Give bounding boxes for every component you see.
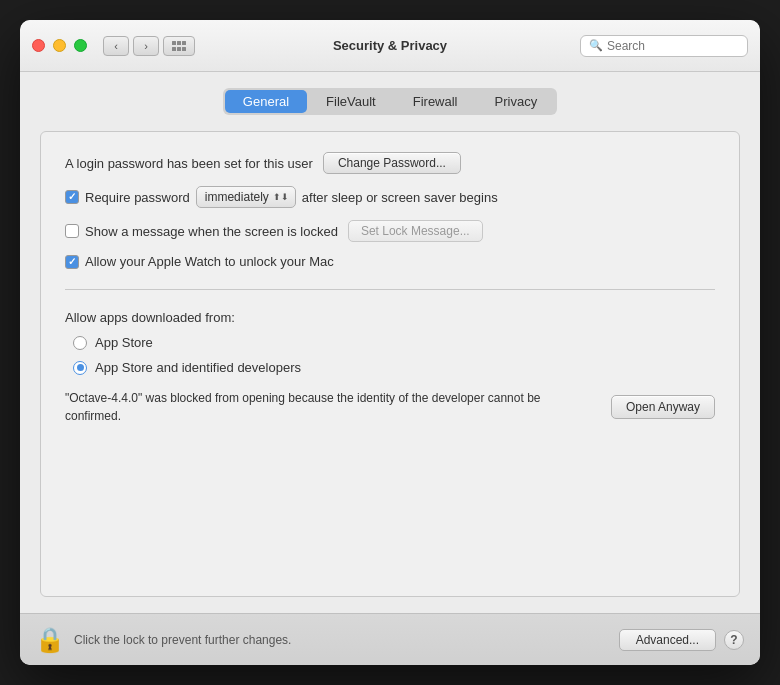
open-anyway-button[interactable]: Open Anyway bbox=[611, 395, 715, 419]
grid-button[interactable] bbox=[163, 36, 195, 56]
checkmark-icon: ✓ bbox=[68, 192, 76, 202]
window-title: Security & Privacy bbox=[333, 38, 447, 53]
apple-watch-row: ✓ Allow your Apple Watch to unlock your … bbox=[65, 254, 715, 269]
maximize-button[interactable] bbox=[74, 39, 87, 52]
radio-app-store[interactable] bbox=[73, 336, 87, 350]
radio-app-store-identified-label: App Store and identified developers bbox=[95, 360, 301, 375]
forward-button[interactable]: › bbox=[133, 36, 159, 56]
set-lock-message-button[interactable]: Set Lock Message... bbox=[348, 220, 483, 242]
main-panel: A login password has been set for this u… bbox=[40, 131, 740, 597]
change-password-button[interactable]: Change Password... bbox=[323, 152, 461, 174]
svg-rect-1 bbox=[177, 41, 181, 45]
radio-app-store-identified-row: App Store and identified developers bbox=[73, 360, 715, 375]
require-password-checkbox[interactable]: ✓ bbox=[65, 190, 79, 204]
titlebar: ‹ › Security & Privacy 🔍 bbox=[20, 20, 760, 72]
close-button[interactable] bbox=[32, 39, 45, 52]
back-button[interactable]: ‹ bbox=[103, 36, 129, 56]
search-icon: 🔍 bbox=[589, 39, 603, 52]
tab-general[interactable]: General bbox=[225, 90, 307, 113]
tab-group: General FileVault Firewall Privacy bbox=[223, 88, 557, 115]
main-window: ‹ › Security & Privacy 🔍 General FileVau bbox=[20, 20, 760, 665]
traffic-lights bbox=[32, 39, 87, 52]
svg-rect-5 bbox=[182, 47, 186, 51]
tab-privacy[interactable]: Privacy bbox=[477, 90, 556, 113]
footer-lock-text: Click the lock to prevent further change… bbox=[74, 633, 619, 647]
after-sleep-label: after sleep or screen saver begins bbox=[302, 190, 498, 205]
nav-buttons: ‹ › bbox=[103, 36, 159, 56]
login-password-label: A login password has been set for this u… bbox=[65, 156, 313, 171]
search-box[interactable]: 🔍 bbox=[580, 35, 748, 57]
require-password-row: ✓ Require password immediately ⬆⬇ after … bbox=[65, 186, 715, 208]
svg-rect-3 bbox=[172, 47, 176, 51]
blocked-app-text: "Octave-4.4.0" was blocked from opening … bbox=[65, 389, 595, 425]
svg-rect-0 bbox=[172, 41, 176, 45]
svg-rect-2 bbox=[182, 41, 186, 45]
chevron-up-down-icon: ⬆⬇ bbox=[273, 192, 289, 202]
content-area: General FileVault Firewall Privacy A log… bbox=[20, 72, 760, 613]
radio-app-store-identified[interactable] bbox=[73, 361, 87, 375]
lock-icon[interactable]: 🔒 bbox=[36, 624, 64, 656]
apps-section: Allow apps downloaded from: App Store Ap… bbox=[65, 290, 715, 425]
radio-selected-indicator bbox=[77, 364, 84, 371]
tab-firewall[interactable]: Firewall bbox=[395, 90, 476, 113]
require-password-label: Require password bbox=[85, 190, 190, 205]
radio-app-store-label: App Store bbox=[95, 335, 153, 350]
show-message-label: Show a message when the screen is locked bbox=[85, 224, 338, 239]
help-button[interactable]: ? bbox=[724, 630, 744, 650]
apple-watch-checkbox[interactable]: ✓ bbox=[65, 255, 79, 269]
login-password-row: A login password has been set for this u… bbox=[65, 152, 715, 174]
minimize-button[interactable] bbox=[53, 39, 66, 52]
search-input[interactable] bbox=[607, 39, 739, 53]
svg-rect-4 bbox=[177, 47, 181, 51]
advanced-button[interactable]: Advanced... bbox=[619, 629, 716, 651]
footer: 🔒 Click the lock to prevent further chan… bbox=[20, 613, 760, 665]
allow-apps-label: Allow apps downloaded from: bbox=[65, 310, 715, 325]
password-section: A login password has been set for this u… bbox=[65, 152, 715, 290]
apple-watch-label: Allow your Apple Watch to unlock your Ma… bbox=[85, 254, 334, 269]
tab-bar: General FileVault Firewall Privacy bbox=[40, 88, 740, 115]
show-message-row: Show a message when the screen is locked… bbox=[65, 220, 715, 242]
password-timing-dropdown[interactable]: immediately ⬆⬇ bbox=[196, 186, 296, 208]
tab-filevault[interactable]: FileVault bbox=[308, 90, 394, 113]
dropdown-value: immediately bbox=[205, 190, 269, 204]
checkmark-icon-2: ✓ bbox=[68, 257, 76, 267]
show-message-checkbox[interactable] bbox=[65, 224, 79, 238]
blocked-app-section: "Octave-4.4.0" was blocked from opening … bbox=[65, 389, 715, 425]
radio-app-store-row: App Store bbox=[73, 335, 715, 350]
